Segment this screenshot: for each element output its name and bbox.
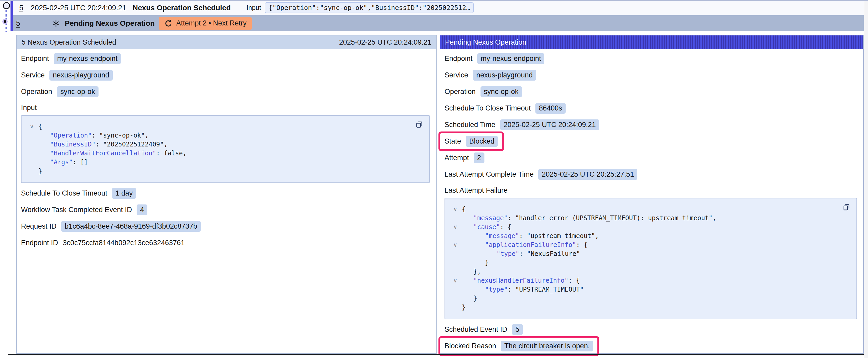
- event-group-accent-bar: [10, 1, 13, 31]
- field-row-endpoint: Endpoint my-nexus-endpoint: [21, 51, 430, 67]
- field-value-badge: nexus-playground: [473, 70, 536, 80]
- panel-timestamp: 2025-02-25 UTC 20:24:09.21: [339, 38, 431, 46]
- event-id-link[interactable]: 5: [16, 19, 20, 28]
- pending-operation-header: Pending Nexus Operation: [440, 35, 863, 50]
- field-row-schedule-to-close: Schedule To Close Timeout 1 day: [21, 185, 430, 202]
- bottom-divider: [8, 354, 864, 355]
- copy-icon[interactable]: [415, 120, 424, 129]
- copy-icon[interactable]: [842, 203, 851, 211]
- pending-title: Pending Nexus Operation: [65, 19, 155, 28]
- event-row-pending-selected[interactable]: 5 Pending Nexus Operation Attempt 2 • Ne…: [13, 15, 864, 31]
- event-title: Nexus Operation Scheduled: [133, 4, 231, 12]
- field-row-schedule-to-close: Schedule To Close Timeout 86400s: [444, 100, 858, 117]
- field-value-badge: 2: [474, 153, 485, 163]
- field-row-wft-completed-id: Workflow Task Completed Event ID 4: [21, 202, 430, 218]
- field-row-endpoint-id: Endpoint ID 3c0c75ccfa8144b092c13ce63246…: [21, 235, 430, 251]
- chevron-down-icon[interactable]: ∨: [449, 223, 462, 231]
- field-value-badge: 2025-02-25 UTC 20:25:27.51: [538, 169, 637, 180]
- input-label: Input: [246, 4, 261, 11]
- field-value-badge: my-nexus-endpoint: [54, 53, 121, 64]
- field-value-badge: my-nexus-endpoint: [477, 53, 545, 64]
- field-value-badge: 1 day: [112, 188, 136, 199]
- timeline-current-dot-icon: [2, 19, 8, 24]
- chevron-down-icon[interactable]: ∨: [449, 240, 462, 249]
- field-value-badge: 5: [512, 324, 523, 335]
- failure-section-label: Last Attempt Failure: [444, 184, 858, 196]
- temporal-event-history-screen: 5 2025-02-25 UTC 20:24:09.21 Nexus Opera…: [0, 0, 868, 358]
- retry-badge-label: Attempt 2 • Next Retry: [176, 19, 247, 27]
- asterisk-icon: [52, 19, 60, 28]
- chevron-down-icon: [449, 214, 462, 223]
- chevron-down-icon[interactable]: ∨: [25, 122, 38, 131]
- chevron-down-icon: [25, 140, 38, 149]
- field-row-state: State Blocked: [444, 133, 858, 150]
- scrollbar-track[interactable]: [864, 1, 868, 358]
- field-row-scheduled-time: Scheduled Time 2025-02-25 UTC 20:24:09.2…: [444, 117, 858, 133]
- chevron-down-icon: [25, 167, 38, 175]
- event-id-link[interactable]: 5: [19, 4, 23, 12]
- panel-title: Pending Nexus Operation: [445, 38, 526, 46]
- field-row-scheduled-event-id: Scheduled Event ID 5: [444, 321, 858, 338]
- chevron-down-icon: [25, 158, 38, 167]
- field-value-badge: sync-op-ok: [480, 86, 522, 97]
- event-row-scheduled[interactable]: 5 2025-02-25 UTC 20:24:09.21 Nexus Opera…: [13, 1, 864, 15]
- field-row-endpoint: Endpoint my-nexus-endpoint: [444, 51, 858, 67]
- event-detail-header: 5 Nexus Operation Scheduled 2025-02-25 U…: [17, 35, 436, 50]
- field-value-badge: nexus-playground: [50, 70, 113, 80]
- chevron-down-icon: [449, 285, 462, 294]
- state-value-badge: Blocked: [466, 136, 498, 147]
- blocked-reason-annotation-highlight: Blocked Reason The circuit breaker is op…: [438, 336, 599, 356]
- chevron-down-icon: [449, 294, 462, 303]
- state-annotation-highlight: State Blocked: [438, 131, 504, 151]
- chevron-down-icon: [449, 231, 462, 240]
- chevron-down-icon: [25, 131, 38, 140]
- blocked-reason-value-badge: The circuit breaker is open.: [501, 341, 593, 352]
- retry-arrow-icon: [164, 19, 173, 28]
- event-timestamp: 2025-02-25 UTC 20:24:09.21: [31, 4, 126, 12]
- field-row-last-attempt-complete: Last Attempt Complete Time 2025-02-25 UT…: [444, 166, 858, 183]
- chevron-down-icon: [449, 258, 462, 267]
- field-value-badge: 86400s: [535, 103, 566, 113]
- pending-operation-panel: Pending Nexus Operation Endpoint my-nexu…: [440, 35, 864, 354]
- field-value-badge: 4: [136, 204, 147, 215]
- event-detail-panel: 5 Nexus Operation Scheduled 2025-02-25 U…: [16, 35, 437, 354]
- timeline-open-circle-icon: [3, 2, 10, 9]
- field-value-badge: sync-op-ok: [57, 86, 98, 97]
- field-row-service: Service nexus-playground: [21, 67, 430, 84]
- chevron-down-icon: [449, 267, 462, 276]
- field-row-request-id: Request ID b1c6a4bc-8ee7-468a-9169-df3b0…: [21, 218, 430, 235]
- chevron-down-icon[interactable]: ∨: [449, 276, 462, 285]
- field-value-badge: 2025-02-25 UTC 20:24:09.21: [500, 120, 599, 130]
- field-row-service: Service nexus-playground: [444, 67, 858, 84]
- field-value-badge: b1c6a4bc-8ee7-468a-9169-df3b02c8737b: [61, 221, 200, 232]
- failure-json-block: ∨{"message": "handler error (UPSTREAM_TI…: [444, 198, 857, 319]
- retry-status-badge: Attempt 2 • Next Retry: [159, 17, 252, 30]
- field-row-operation: Operation sync-op-ok: [21, 84, 430, 100]
- field-row-attempt: Attempt 2: [444, 150, 858, 166]
- input-json-block: ∨{"Operation": "sync-op-ok","BusinessID"…: [21, 115, 430, 183]
- chevron-down-icon: [449, 249, 462, 258]
- chevron-down-icon: [449, 303, 462, 312]
- endpoint-id-link[interactable]: 3c0c75ccfa8144b092c13ce632463761: [63, 239, 185, 247]
- chevron-down-icon: [25, 149, 38, 158]
- field-row-operation: Operation sync-op-ok: [444, 84, 858, 100]
- input-section-label: Input: [21, 102, 430, 113]
- chevron-down-icon[interactable]: ∨: [449, 205, 462, 214]
- input-preview-chip[interactable]: {"Operation":"sync-op-ok","BusinessID":"…: [265, 2, 474, 13]
- field-row-blocked-reason: Blocked Reason The circuit breaker is op…: [444, 338, 858, 354]
- panel-title: 5 Nexus Operation Scheduled: [22, 38, 116, 46]
